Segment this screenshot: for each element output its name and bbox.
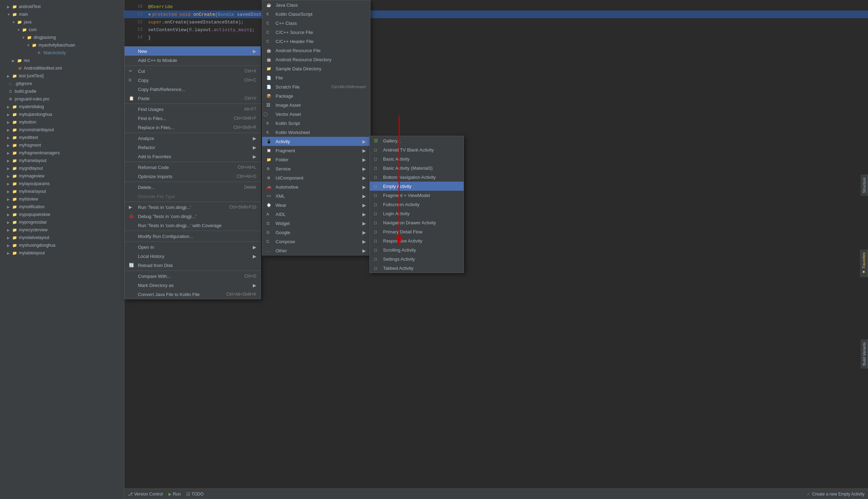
tree-item[interactable]: ⚙proguard-rules.pro bbox=[0, 95, 124, 103]
submenu-activity-item[interactable]: ◻Empty Activity bbox=[370, 182, 464, 191]
submenu-activity-item[interactable]: ◻Primary/Detail Flow bbox=[370, 227, 464, 236]
submenu-new-item[interactable]: CCompose▶ bbox=[262, 237, 370, 246]
context-menu-item[interactable]: Convert Java File to Kotlin FileCtrl+Alt… bbox=[125, 290, 261, 299]
context-menu-item[interactable]: Refactor▶ bbox=[125, 143, 261, 152]
tree-item[interactable]: ▶📁myalertdialog bbox=[0, 103, 124, 111]
tree-item[interactable]: ▶📁mylinearlayout bbox=[0, 188, 124, 195]
submenu-activity-item[interactable]: ◻Android TV Blank Activity bbox=[370, 145, 464, 154]
build-variants-tab[interactable]: Build Variants bbox=[861, 339, 868, 368]
submenu-new-item[interactable]: KKotlin Script bbox=[262, 119, 370, 128]
context-menu-item[interactable]: Open In▶ bbox=[125, 243, 261, 252]
tree-item[interactable]: ▶📁mybujiandonghua bbox=[0, 111, 124, 118]
tree-item[interactable]: ▶📁myedittext bbox=[0, 134, 124, 141]
submenu-activity-item[interactable]: 🖼Gallery... bbox=[370, 136, 464, 145]
submenu-new-item[interactable]: 📦Package bbox=[262, 91, 370, 100]
submenu-new-item[interactable]: 📁Folder▶ bbox=[262, 155, 370, 164]
context-menu-item[interactable]: Compare With...Ctrl+D bbox=[125, 272, 261, 281]
submenu-activity-item[interactable]: ◻Tabbed Activity bbox=[370, 263, 464, 273]
tree-item[interactable]: ▶📁myprogressbar bbox=[0, 218, 124, 226]
tree-item[interactable]: ▶📁myframelayout bbox=[0, 157, 124, 164]
submenu-new-item[interactable]: CC++ Class bbox=[262, 19, 370, 28]
context-menu-item[interactable]: Reformat CodeCtrl+Alt+L bbox=[125, 163, 261, 172]
submenu-new-item[interactable]: GGoogle▶ bbox=[262, 228, 370, 237]
tree-item[interactable]: ▶📁myimageview bbox=[0, 172, 124, 180]
tree-item[interactable]: ▶📁mybutton bbox=[0, 118, 124, 126]
context-menu-item[interactable]: Analyze▶ bbox=[125, 134, 261, 143]
tree-item[interactable]: ◌.gitignore bbox=[0, 80, 124, 87]
context-menu-item[interactable]: 📋PasteCtrl+V bbox=[125, 94, 261, 103]
tree-item[interactable]: ▼📁dingjiaxiong bbox=[0, 34, 124, 41]
submenu-new-item[interactable]: KKotlin Class/Script bbox=[262, 9, 370, 19]
submenu-activity-item[interactable]: ◻Fullscreen Activity bbox=[370, 200, 464, 209]
tree-item[interactable]: ▼📁java bbox=[0, 18, 124, 26]
submenu-new-item[interactable]: …Other▶ bbox=[262, 246, 370, 255]
submenu-new-item[interactable]: 📄File bbox=[262, 73, 370, 82]
context-menu-item[interactable]: Replace in Files...Ctrl+Shift+R bbox=[125, 123, 261, 132]
context-menu-item[interactable]: Mark Directory as▶ bbox=[125, 281, 261, 290]
submenu-new-item[interactable]: ⌚Wear▶ bbox=[262, 201, 370, 210]
submenu-new-item[interactable]: ⊡Widget▶ bbox=[262, 219, 370, 228]
submenu-new-item[interactable]: 🚗Automotive▶ bbox=[262, 182, 370, 191]
context-menu-item[interactable]: 🔄Reload from Disk bbox=[125, 261, 261, 270]
run-btn[interactable]: ▶ Run bbox=[168, 492, 181, 497]
context-menu-item[interactable]: ▶Run 'Tests in 'com.dingji...'Ctrl+Shift… bbox=[125, 203, 261, 212]
tree-item[interactable]: ▶📁res bbox=[0, 57, 124, 64]
submenu-new-item[interactable]: KKotlin Worksheet bbox=[262, 128, 370, 137]
submenu-activity-item[interactable]: ◻Scrolling Activity bbox=[370, 245, 464, 254]
submenu-new-item[interactable]: <>XML▶ bbox=[262, 191, 370, 201]
submenu-activity-item[interactable]: ◻Responsive Activity bbox=[370, 236, 464, 245]
context-menu-item[interactable]: Copy Path/Reference... bbox=[125, 85, 261, 94]
context-menu-item[interactable]: 🐞Debug 'Tests in 'com.dingji...' bbox=[125, 212, 261, 221]
submenu-activity-item[interactable]: ◻Basic Activity bbox=[370, 154, 464, 163]
submenu-new-item[interactable]: 🤖Android Resource Directory bbox=[262, 55, 370, 64]
submenu-new-item[interactable]: 🤖Android Resource File bbox=[262, 46, 370, 55]
context-menu-item[interactable]: New▶ bbox=[125, 47, 261, 56]
tree-item[interactable]: ▶📁myfragment bbox=[0, 141, 124, 149]
submenu-new-item[interactable]: 🔲Fragment▶ bbox=[262, 146, 370, 155]
submenu-new-item[interactable]: CC/C++ Source File bbox=[262, 28, 370, 37]
submenu-new-item[interactable]: AAIDL▶ bbox=[262, 210, 370, 219]
tree-item[interactable]: ▶📁mygridlayout bbox=[0, 164, 124, 172]
tree-item[interactable]: ▶📁mynotification bbox=[0, 203, 124, 211]
submenu-new-item[interactable]: ⃝Vector Asset bbox=[262, 110, 370, 119]
submenu-new-item[interactable]: CC/C++ Header File bbox=[262, 37, 370, 46]
tree-item[interactable]: ▶📁myshuxingdonghua bbox=[0, 241, 124, 249]
context-menu-item[interactable]: Modify Run Configuration... bbox=[125, 232, 261, 241]
submenu-activity-item[interactable]: ◻Login Activity bbox=[370, 209, 464, 218]
context-menu-item[interactable]: ⎘CopyCtrl+C bbox=[125, 76, 261, 85]
context-menu-item[interactable]: Find in Files...Ctrl+Shift+F bbox=[125, 114, 261, 123]
context-menu-item[interactable]: ✂CutCtrl+X bbox=[125, 66, 261, 76]
submenu-activity-item[interactable]: ◻Bottom Navigation Activity bbox=[370, 173, 464, 182]
tree-item[interactable]: ▶📁mypopupwindow bbox=[0, 211, 124, 218]
tree-item[interactable]: KMainActivity bbox=[0, 49, 124, 57]
tree-item[interactable]: ▶📁androidTest bbox=[0, 3, 124, 10]
context-menu-item[interactable]: Delete...Delete bbox=[125, 183, 261, 192]
structure-tab[interactable]: Structure bbox=[861, 175, 868, 196]
tree-item[interactable]: ▶📁myconstraintlayout bbox=[0, 126, 124, 134]
submenu-new-item[interactable]: ☕Java Class bbox=[262, 0, 370, 9]
submenu-activity-item[interactable]: ◻Fragment + ViewModel bbox=[370, 191, 464, 200]
tree-item[interactable]: ▼📁main bbox=[0, 10, 124, 18]
tree-item[interactable]: ▶📁mylistview bbox=[0, 195, 124, 203]
submenu-activity-item[interactable]: ◻Basic Activity (Material3) bbox=[370, 163, 464, 173]
context-menu-item[interactable]: Add to Favorites▶ bbox=[125, 152, 261, 161]
context-menu[interactable]: New▶Add C++ to Module✂CutCtrl+X⎘CopyCtrl… bbox=[124, 46, 261, 299]
tree-item[interactable]: 𝙈AndroidManifest.xml bbox=[0, 64, 124, 72]
context-menu-item[interactable]: Add C++ to Module bbox=[125, 56, 261, 65]
submenu-activity-item[interactable]: ◻Navigation Drawer Activity bbox=[370, 218, 464, 227]
submenu-activity-item[interactable]: ◻Settings Activity bbox=[370, 254, 464, 263]
submenu-new-item[interactable]: 📄Scratch FileCtrl+Alt+Shift+Insert bbox=[262, 82, 370, 91]
submenu-activity[interactable]: 🖼Gallery...◻Android TV Blank Activity◻Ba… bbox=[369, 136, 464, 273]
submenu-new-item[interactable]: 📁Sample Data Directory bbox=[262, 64, 370, 73]
favorites-tab[interactable]: ★ Favorites bbox=[860, 249, 868, 277]
tree-item[interactable]: ▼📁myactivitytiaozhuan bbox=[0, 41, 124, 49]
submenu-new-item[interactable]: 🖥UiComponent▶ bbox=[262, 173, 370, 182]
tree-item[interactable]: ▼📁com bbox=[0, 26, 124, 34]
context-menu-item[interactable]: Local History▶ bbox=[125, 252, 261, 261]
submenu-new-item[interactable]: ⚙Service▶ bbox=[262, 164, 370, 173]
version-control-btn[interactable]: ⎇ Version Control bbox=[128, 492, 163, 497]
submenu-new[interactable]: ☕Java ClassKKotlin Class/ScriptCC++ Clas… bbox=[262, 0, 370, 255]
tree-item[interactable]: ▶📁test [unitTest] bbox=[0, 72, 124, 80]
tree-item[interactable]: ▶📁myfragmentmanagers bbox=[0, 149, 124, 157]
submenu-new-item[interactable]: 📱Activity▶ bbox=[262, 137, 370, 146]
